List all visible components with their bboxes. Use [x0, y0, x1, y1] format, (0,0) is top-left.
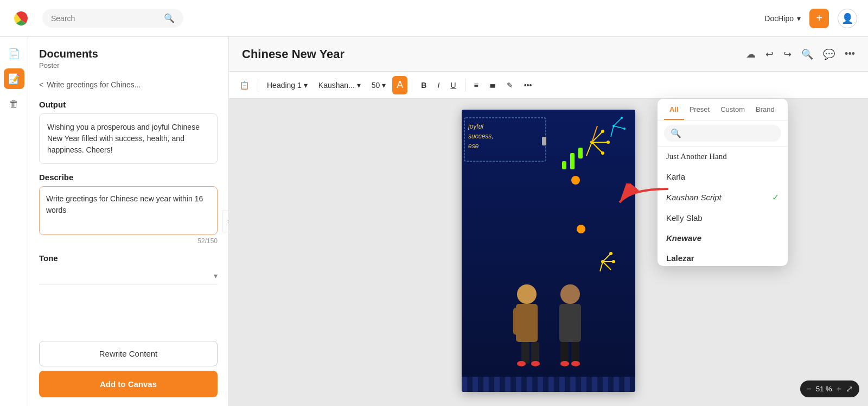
user-avatar[interactable]: 👤 [838, 9, 857, 28]
svg-point-8 [601, 130, 604, 133]
cloud-save-button[interactable]: ☁ [746, 48, 756, 60]
zoom-out-button[interactable]: − [807, 384, 812, 394]
text-align-button[interactable]: ≡ [470, 76, 483, 94]
chevron-down-icon: ▾ [797, 14, 801, 23]
breadcrumb-text: Write greetings for Chines... [47, 80, 141, 89]
line-spacing-button[interactable]: ≣ [485, 76, 500, 94]
font-item-just-another-hand[interactable]: Just Another Hand [658, 147, 788, 167]
svg-point-10 [601, 151, 604, 155]
svg-line-6 [586, 142, 592, 156]
svg-point-20 [571, 176, 580, 185]
svg-rect-18 [578, 148, 583, 158]
collapse-panel-button[interactable]: › [222, 211, 229, 232]
sidebar-item-document[interactable]: 📄 [4, 43, 24, 64]
font-item-knewave[interactable]: Knewave [658, 228, 788, 248]
pen-tool-button[interactable]: ✎ [502, 76, 518, 94]
comment-button[interactable]: 💬 [823, 48, 835, 60]
search-canvas-button[interactable]: 🔍 [801, 48, 813, 60]
search-box[interactable]: 🔍 [42, 9, 183, 28]
svg-point-28 [612, 260, 615, 263]
svg-point-31 [517, 284, 537, 304]
svg-point-38 [560, 284, 580, 304]
canvas-header: Chinese New Year ☁ ↩ ↪ 🔍 💬 ••• [229, 37, 868, 72]
svg-rect-35 [531, 342, 539, 364]
panel-header: Documents Poster [28, 37, 228, 74]
svg-point-16 [623, 128, 626, 130]
tone-label: Tone [28, 247, 228, 267]
font-tab-custom[interactable]: Custom [715, 99, 750, 120]
canvas-area: Chinese New Year ☁ ↩ ↪ 🔍 💬 ••• 📋 Heading… [229, 37, 868, 406]
font-tab-brand[interactable]: Brand [750, 99, 780, 120]
add-new-button[interactable]: + [809, 9, 829, 28]
font-item-lalezar[interactable]: Lalezar [658, 248, 788, 266]
top-nav: 🔍 DocHipo ▾ + 👤 [0, 0, 868, 37]
undo-button[interactable]: ↩ [765, 48, 774, 60]
add-to-canvas-button[interactable]: Add to Canvas [39, 371, 218, 397]
sidebar-item-trash[interactable]: 🗑 [4, 93, 24, 114]
heading-dropdown[interactable]: Heading 1 ▾ [263, 79, 312, 92]
font-color-button[interactable]: A [392, 76, 407, 94]
font-size-dropdown[interactable]: 50 ▾ [367, 79, 391, 92]
svg-rect-40 [573, 308, 581, 335]
font-item-karla[interactable]: Karla [658, 167, 788, 187]
font-dropdown-panel: All Preset Custom Brand 🔍 Just Another H… [658, 99, 788, 266]
svg-point-44 [571, 361, 580, 366]
zoom-in-button[interactable]: + [837, 384, 841, 394]
font-list: Just Another Hand Karla Kaushan Script ✓… [658, 147, 788, 266]
italic-button[interactable]: I [433, 76, 444, 94]
toolbar-separator-2 [412, 79, 412, 92]
poster-content: joyfulsuccess,ese [462, 110, 635, 392]
more-text-options-button[interactable]: ••• [520, 76, 537, 94]
font-item-kaushan-script[interactable]: Kaushan Script ✓ [658, 187, 788, 208]
fullscreen-button[interactable]: ⤢ [846, 384, 853, 394]
tone-select[interactable]: ▾ [39, 267, 218, 285]
rewrite-content-button[interactable]: Rewrite Content [39, 341, 218, 366]
zoom-bar: − 51 % + ⤢ [800, 380, 859, 397]
underline-button[interactable]: U [446, 76, 460, 94]
breadcrumb[interactable]: < Write greetings for Chines... [28, 74, 228, 93]
font-tab-preset[interactable]: Preset [684, 99, 716, 120]
svg-point-15 [621, 117, 623, 119]
svg-rect-41 [560, 342, 569, 364]
heading-chevron-icon: ▾ [304, 81, 308, 90]
output-label: Output [28, 93, 228, 113]
font-chevron-icon: ▾ [357, 81, 361, 90]
breadcrumb-arrow: < [39, 80, 43, 89]
font-tab-all[interactable]: All [664, 99, 684, 120]
canvas-title: Chinese New Year [242, 47, 344, 61]
svg-line-13 [614, 126, 624, 129]
zoom-level: 51 % [816, 385, 832, 393]
font-dropdown-button[interactable]: Kaushan... ▾ [314, 79, 365, 92]
poster-text: joyfulsuccess,ese [468, 122, 494, 151]
font-search-icon: 🔍 [671, 128, 681, 138]
bold-button[interactable]: B [417, 76, 431, 94]
describe-textarea[interactable]: Write greetings for Chinese new year wit… [39, 186, 218, 235]
font-label: Kaushan... [318, 81, 355, 90]
logo-icon[interactable] [11, 8, 31, 29]
svg-point-43 [560, 361, 569, 366]
dochipo-button[interactable]: DocHipo ▾ [764, 14, 801, 23]
svg-line-25 [603, 262, 611, 270]
heading-label: Heading 1 [267, 81, 302, 90]
dochipo-label: DocHipo [764, 14, 794, 23]
font-size-label: 50 [372, 81, 380, 90]
svg-point-21 [577, 225, 585, 233]
clipboard-button[interactable]: 📋 [235, 76, 253, 94]
font-size-chevron-icon: ▾ [382, 81, 386, 90]
toolbar-separator-1 [258, 79, 258, 92]
font-search-input[interactable] [686, 129, 775, 137]
redo-button[interactable]: ↪ [783, 48, 792, 60]
describe-label: Describe [28, 164, 228, 186]
left-panel: Documents Poster < Write greetings for C… [28, 37, 229, 406]
font-item-kelly-slab[interactable]: Kelly Slab [658, 208, 788, 228]
svg-line-26 [600, 262, 603, 271]
svg-point-27 [609, 252, 612, 255]
svg-point-36 [517, 361, 526, 366]
canvas-actions: ☁ ↩ ↪ 🔍 💬 ••• [746, 48, 855, 60]
svg-rect-34 [521, 342, 529, 364]
output-box: Wishing you a prosperous and joyful Chin… [39, 113, 218, 164]
search-input[interactable] [51, 14, 159, 23]
more-options-button[interactable]: ••• [845, 48, 855, 60]
output-text: Wishing you a prosperous and joyful Chin… [47, 123, 200, 154]
sidebar-item-ai[interactable]: 📝 [4, 68, 24, 89]
